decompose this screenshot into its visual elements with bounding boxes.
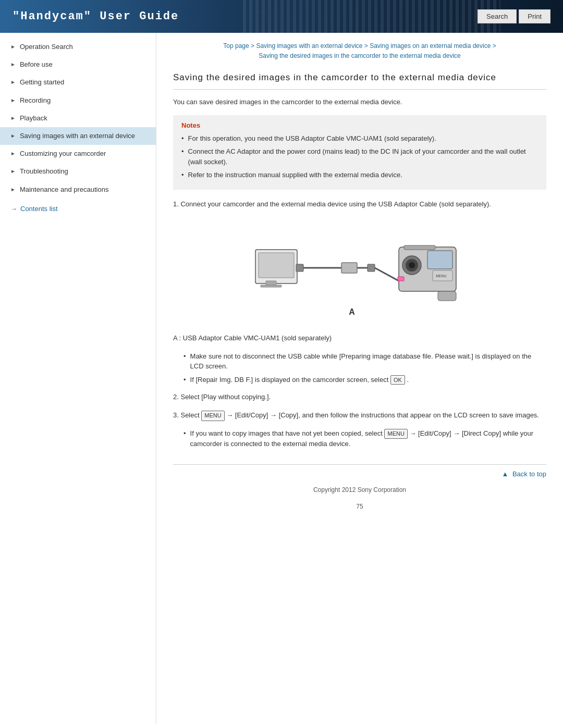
notes-item-text: Refer to the instruction manual supplied…: [188, 170, 402, 180]
app-title: "Handycam" User Guide: [13, 10, 179, 23]
svg-rect-1: [259, 253, 294, 278]
sidebar-label: Playback: [20, 114, 148, 123]
chevron-right-icon: ►: [10, 43, 16, 51]
step-num: 3.: [173, 411, 179, 419]
breadcrumb-top[interactable]: Top page: [223, 42, 249, 50]
step-text: Connect your camcorder and the external …: [180, 200, 491, 208]
step-text: Select MENU → [Edit/Copy] → [Copy], and …: [180, 411, 539, 419]
page-header: "Handycam" User Guide Search Print: [0, 0, 563, 33]
main-container: ► Operation Search ► Before use ► Gettin…: [0, 33, 563, 724]
notes-box: Notes • For this operation, you need the…: [173, 115, 546, 190]
breadcrumb: Top page > Saving images with an externa…: [173, 41, 546, 61]
svg-rect-7: [368, 264, 375, 272]
step1-bullet-1-text: Make sure not to disconnect the USB cabl…: [190, 351, 546, 372]
svg-rect-3: [261, 285, 282, 287]
sidebar-item-before-use[interactable]: ► Before use: [0, 56, 156, 73]
sidebar-label: Operation Search: [20, 42, 148, 52]
breadcrumb-external-media[interactable]: Saving images on an external media devic…: [370, 42, 491, 50]
step1-sub-bullets: • Make sure not to disconnect the USB ca…: [173, 351, 546, 385]
notes-item-text: Connect the AC Adaptor and the power cor…: [188, 146, 538, 167]
step-text: Select [Play without copying.].: [180, 393, 271, 401]
chevron-right-icon: ►: [10, 150, 16, 157]
sidebar-label: Maintenance and precautions: [20, 185, 148, 194]
sidebar-item-operation-search[interactable]: ► Operation Search: [0, 38, 156, 56]
notes-list: • For this operation, you need the USB A…: [181, 133, 538, 180]
usb-diagram-svg: MENU A: [250, 218, 469, 323]
sidebar-label: Troubleshooting: [20, 167, 148, 176]
breadcrumb-sep: >: [251, 42, 256, 50]
bullet-icon: •: [183, 428, 186, 439]
step3-sub-bullets: • If you want to copy images that have n…: [173, 428, 546, 449]
sidebar-item-playback[interactable]: ► Playback: [0, 109, 156, 127]
sidebar: ► Operation Search ► Before use ► Gettin…: [0, 33, 156, 724]
svg-point-12: [409, 262, 415, 268]
contents-list-label: Contents list: [20, 205, 58, 213]
arrow-right-icon: →: [10, 205, 17, 213]
bullet-icon: •: [181, 146, 184, 157]
sidebar-item-getting-started[interactable]: ► Getting started: [0, 73, 156, 91]
svg-line-8: [375, 268, 399, 281]
bullet-icon: •: [183, 375, 186, 385]
svg-rect-6: [341, 263, 357, 273]
breadcrumb-current[interactable]: Saving the desired images in the camcord…: [259, 52, 461, 59]
svg-text:A: A: [349, 307, 355, 316]
notes-item-3: • Refer to the instruction manual suppli…: [181, 170, 538, 180]
intro-text: You can save desired images in the camco…: [173, 97, 546, 108]
svg-rect-14: [404, 245, 435, 250]
copyright-text: Copyright 2012 Sony Corporation: [173, 478, 546, 499]
back-to-top-label: Back to top: [512, 470, 546, 478]
chevron-right-icon: ►: [10, 168, 16, 175]
sidebar-item-customizing[interactable]: ► Customizing your camcorder: [0, 145, 156, 163]
step-1: 1. Connect your camcorder and the extern…: [173, 199, 546, 210]
chevron-right-icon: ►: [10, 79, 16, 86]
svg-rect-13: [427, 251, 452, 269]
sidebar-label: Recording: [20, 96, 148, 105]
sidebar-label: Customizing your camcorder: [20, 149, 148, 158]
chevron-right-icon: ►: [10, 186, 16, 193]
menu-key: MENU: [201, 411, 224, 421]
header-decoration: [240, 0, 500, 33]
chevron-right-icon: ►: [10, 61, 16, 68]
menu-key2: MENU: [384, 429, 407, 439]
diagram-image: MENU A: [250, 218, 469, 323]
step1-bullet-2-text: If [Repair Img. DB F.] is displayed on t…: [190, 375, 409, 385]
diagram-caption: A : USB Adaptor Cable VMC-UAM1 (sold sep…: [173, 333, 546, 344]
sidebar-item-maintenance[interactable]: ► Maintenance and precautions: [0, 181, 156, 199]
notes-item-2: • Connect the AC Adaptor and the power c…: [181, 146, 538, 167]
content-footer: ▲ Back to top: [173, 464, 546, 478]
breadcrumb-sep3: >: [493, 42, 496, 50]
breadcrumb-saving[interactable]: Saving images with an external device: [256, 42, 362, 50]
step3-bullet-1: • If you want to copy images that have n…: [183, 428, 546, 449]
notes-item-text: For this operation, you need the USB Ada…: [188, 133, 436, 144]
chevron-right-icon: ►: [10, 132, 16, 140]
chevron-right-icon: ►: [10, 115, 16, 122]
svg-rect-18: [438, 291, 456, 301]
svg-rect-15: [398, 277, 404, 281]
ok-key: OK: [390, 375, 405, 385]
svg-rect-5: [296, 264, 303, 272]
breadcrumb-sep2: >: [364, 42, 370, 50]
sidebar-item-recording[interactable]: ► Recording: [0, 92, 156, 109]
step-num: 1.: [173, 200, 179, 208]
step-3: 3. Select MENU → [Edit/Copy] → [Copy], a…: [173, 410, 546, 421]
contents-list-link[interactable]: → Contents list: [0, 199, 156, 217]
triangle-up-icon: ▲: [501, 470, 508, 478]
notes-title: Notes: [181, 121, 538, 129]
back-to-top-link[interactable]: ▲ Back to top: [501, 470, 546, 478]
step-num: 2.: [173, 393, 179, 401]
page-title: Saving the desired images in the camcord…: [173, 71, 546, 90]
print-button[interactable]: Print: [519, 9, 550, 23]
sidebar-label: Saving images with an external device: [20, 131, 148, 141]
diagram-container: MENU A: [173, 218, 546, 325]
sidebar-item-troubleshooting[interactable]: ► Troubleshooting: [0, 163, 156, 180]
step3-bullet-1-text: If you want to copy images that have not…: [190, 428, 546, 449]
sidebar-item-saving-images[interactable]: ► Saving images with an external device: [0, 127, 156, 145]
svg-rect-2: [266, 281, 276, 285]
search-button[interactable]: Search: [478, 9, 517, 23]
bullet-icon: •: [183, 351, 186, 362]
content-area: Top page > Saving images with an externa…: [156, 33, 563, 724]
step1-bullet-2: • If [Repair Img. DB F.] is displayed on…: [183, 375, 546, 385]
step1-bullet-1: • Make sure not to disconnect the USB ca…: [183, 351, 546, 372]
bullet-icon: •: [181, 133, 184, 144]
sidebar-label: Getting started: [20, 78, 148, 87]
